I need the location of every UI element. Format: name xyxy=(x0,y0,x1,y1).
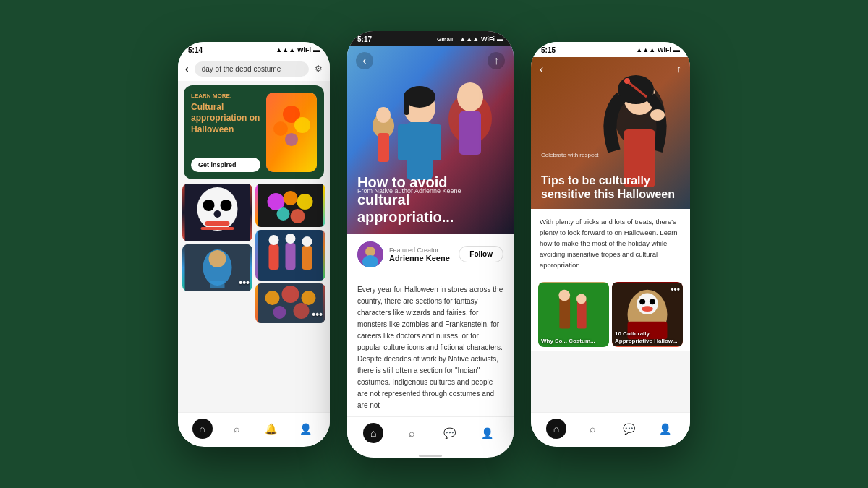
svg-point-18 xyxy=(284,191,298,205)
svg-point-19 xyxy=(297,194,313,210)
home-nav-right[interactable]: ⌂ xyxy=(546,419,566,439)
right-img-card-1[interactable]: Why So... Costum... xyxy=(538,282,609,347)
svg-rect-44 xyxy=(404,93,409,115)
right-main-title: Tips to be culturally sensitive this Hal… xyxy=(541,174,680,201)
svg-point-37 xyxy=(457,82,483,111)
status-icons-left: ▲▲▲ WiFi ▬ xyxy=(276,46,320,53)
search-nav-right[interactable]: ⌕ xyxy=(582,419,603,439)
svg-point-69 xyxy=(642,307,653,312)
svg-rect-0 xyxy=(266,93,317,172)
phone-center: 5:17 Gmail ▲▲▲ WiFi ▬ xyxy=(347,31,514,458)
svg-rect-62 xyxy=(577,301,587,329)
gmail-label: Gmail xyxy=(437,36,453,43)
time-right: 5:15 xyxy=(541,46,556,54)
article-text-center: Every year for Halloween in stores acros… xyxy=(357,286,503,409)
profile-nav-center[interactable]: 👤 xyxy=(477,423,498,443)
center-hero-image: ‹ ↑ From Native author Adrienne Keene Ho… xyxy=(347,46,514,234)
right-hero-image: ‹ ↑ Celebrate with respect Tips to be cu… xyxy=(531,57,690,209)
celebrate-label: Celebrate with respect xyxy=(541,152,599,158)
right-img-1-label: Why So... Costum... xyxy=(541,338,606,345)
skeleton-figures-image[interactable] xyxy=(255,230,326,281)
search-bar-row: ‹ day of the dead costume ⚙ xyxy=(178,57,330,81)
svg-point-34 xyxy=(294,303,310,319)
svg-point-9 xyxy=(214,210,221,218)
right-phone-content: ‹ ↑ Celebrate with respect Tips to be cu… xyxy=(531,57,690,446)
svg-point-8 xyxy=(221,200,232,211)
battery-icon-right: ▬ xyxy=(673,46,680,53)
profile-nav-right[interactable]: 👤 xyxy=(655,419,675,439)
follow-button[interactable]: Follow xyxy=(459,246,503,262)
get-inspired-button[interactable]: Get inspired xyxy=(191,158,260,172)
phones-container: 5:14 ▲▲▲ WiFi ▬ ‹ day of the dead costum… xyxy=(178,31,690,458)
status-bar-left: 5:14 ▲▲▲ WiFi ▬ xyxy=(178,42,330,57)
share-icon-right[interactable]: ↑ xyxy=(676,63,681,76)
back-button[interactable]: ‹ xyxy=(185,63,189,74)
svg-rect-15 xyxy=(210,281,225,288)
battery-icon: ▬ xyxy=(313,46,320,53)
left-phone-content: ‹ day of the dead costume ⚙ Learn more: … xyxy=(178,57,330,446)
creator-row: Featured Creator Adrienne Keene Follow xyxy=(347,234,514,275)
home-indicator xyxy=(419,455,442,457)
grid-col-left: ••• xyxy=(182,184,252,412)
learn-more-label: Learn more: xyxy=(191,93,260,99)
bottom-nav-left: ⌂ ⌕ 🔔 👤 xyxy=(178,412,330,446)
svg-point-58 xyxy=(624,78,630,84)
learn-more-text: Learn more: Cultural appropriation on Ha… xyxy=(191,93,260,172)
search-nav-icon[interactable]: ⌕ xyxy=(226,419,247,439)
learn-more-card[interactable]: Learn more: Cultural appropriation on Ha… xyxy=(184,85,324,179)
svg-point-26 xyxy=(286,234,296,244)
home-nav-icon[interactable]: ⌂ xyxy=(192,419,213,439)
svg-point-68 xyxy=(650,299,655,305)
svg-rect-11 xyxy=(201,227,234,230)
svg-point-32 xyxy=(302,291,316,305)
creator-info: Featured Creator Adrienne Keene xyxy=(389,247,459,262)
bottom-nav-right: ⌂ ⌕ 💬 👤 xyxy=(531,412,690,446)
right-img-2-label: 10 Culturally Appropriative Hallow... xyxy=(615,330,680,344)
search-input[interactable]: day of the dead costume xyxy=(195,61,309,77)
center-phone-content: ‹ ↑ From Native author Adrienne Keene Ho… xyxy=(347,46,514,457)
filter-icon[interactable]: ⚙ xyxy=(315,64,323,74)
wifi-icon: WiFi xyxy=(297,46,311,53)
more-dots-right[interactable]: ••• xyxy=(312,309,323,320)
search-nav-center[interactable]: ⌕ xyxy=(401,423,422,443)
svg-rect-41 xyxy=(398,124,411,160)
status-bar-center: 5:17 Gmail ▲▲▲ WiFi ▬ xyxy=(347,31,514,46)
home-nav-center[interactable]: ⌂ xyxy=(363,423,383,443)
bird-costume-image[interactable]: ••• xyxy=(182,244,252,291)
right-header-nav: ‹ ↑ xyxy=(531,63,690,76)
share-icon-center[interactable]: ↑ xyxy=(488,52,505,69)
back-icon-right[interactable]: ‹ xyxy=(540,63,543,76)
image-grid: ••• xyxy=(178,184,330,412)
phone-left: 5:14 ▲▲▲ WiFi ▬ ‹ day of the dead costum… xyxy=(178,42,330,447)
svg-rect-38 xyxy=(459,111,481,155)
chat-nav-center[interactable]: 💬 xyxy=(439,423,459,443)
bell-nav-icon[interactable]: 🔔 xyxy=(261,419,281,439)
svg-rect-25 xyxy=(286,243,296,270)
back-icon-center[interactable]: ‹ xyxy=(356,52,373,69)
svg-point-14 xyxy=(209,250,226,267)
right-img-2-dots[interactable]: ••• xyxy=(671,285,680,295)
svg-point-28 xyxy=(302,236,312,247)
svg-point-63 xyxy=(576,294,587,304)
fabric-image[interactable]: ••• xyxy=(255,283,326,323)
status-icons-center: Gmail ▲▲▲ WiFi ▬ xyxy=(437,35,503,43)
card-title: Cultural appropriation on Halloween xyxy=(191,102,260,136)
svg-rect-23 xyxy=(269,244,279,270)
svg-rect-27 xyxy=(302,246,312,270)
bottom-nav-center: ⌂ ⌕ 💬 👤 xyxy=(347,416,514,450)
svg-point-30 xyxy=(265,291,280,305)
svg-point-61 xyxy=(558,290,570,301)
chat-nav-right[interactable]: 💬 xyxy=(618,419,639,439)
creator-tag: Featured Creator xyxy=(389,247,459,254)
svg-point-31 xyxy=(282,286,299,303)
svg-point-2 xyxy=(273,121,288,136)
more-dots-left[interactable]: ••• xyxy=(239,277,250,288)
skeleton-face-image[interactable] xyxy=(182,184,252,241)
svg-point-20 xyxy=(277,207,290,221)
flowers-image[interactable] xyxy=(255,184,326,227)
right-img-card-2[interactable]: ••• 10 Culturally Appropriative Hallow..… xyxy=(612,282,683,347)
grid-col-right: ••• xyxy=(255,184,326,412)
svg-point-4 xyxy=(285,133,298,146)
profile-nav-icon[interactable]: 👤 xyxy=(295,419,315,439)
status-icons-right: ▲▲▲ WiFi ▬ xyxy=(636,46,680,53)
